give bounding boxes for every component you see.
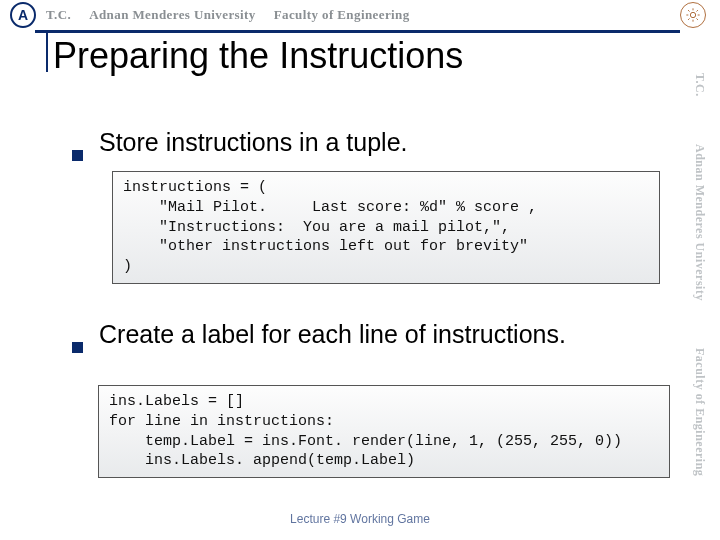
bullet-text: Create a label for each line of instruct…: [99, 320, 566, 349]
engineering-logo-right: [680, 2, 706, 28]
logo-letter: A: [18, 7, 28, 23]
svg-line-8: [696, 10, 697, 11]
bullet-square-icon: [72, 150, 83, 161]
header-university: Adnan Menderes University: [89, 7, 255, 23]
svg-line-6: [696, 18, 697, 19]
svg-point-0: [690, 12, 695, 17]
bullet-item: Store instructions in a tuple.: [72, 128, 660, 157]
bullet-square-icon: [72, 342, 83, 353]
svg-line-7: [688, 18, 689, 19]
slide-content: Store instructions in a tuple. instructi…: [72, 128, 660, 514]
side-rail-tc: T.C.: [692, 73, 707, 97]
header-text: T.C. Adnan Menderes University Faculty o…: [46, 7, 680, 23]
university-logo-left: A: [10, 2, 36, 28]
side-rail-university: Adnan Menderes University: [692, 144, 707, 301]
bullet-item: Create a label for each line of instruct…: [72, 320, 660, 349]
gear-icon: [685, 7, 701, 23]
slide-title: Preparing the Instructions: [53, 35, 463, 77]
side-rail-faculty: Faculty of Engineering: [692, 348, 707, 476]
header-tc: T.C.: [46, 7, 71, 23]
slide-footer: Lecture #9 Working Game: [0, 512, 720, 526]
header-bar: A T.C. Adnan Menderes University Faculty…: [0, 0, 720, 30]
code-block-labels-loop: ins.Labels = [] for line in instructions…: [98, 385, 670, 478]
side-rail: T.C. Adnan Menderes University Faculty o…: [678, 50, 720, 500]
header-faculty: Faculty of Engineering: [274, 7, 410, 23]
svg-line-5: [688, 10, 689, 11]
code-block-instructions-tuple: instructions = ( "Mail Pilot. Last score…: [112, 171, 660, 284]
bullet-text: Store instructions in a tuple.: [99, 128, 408, 157]
title-vertical-accent: [46, 32, 48, 72]
title-rule: [35, 30, 680, 33]
